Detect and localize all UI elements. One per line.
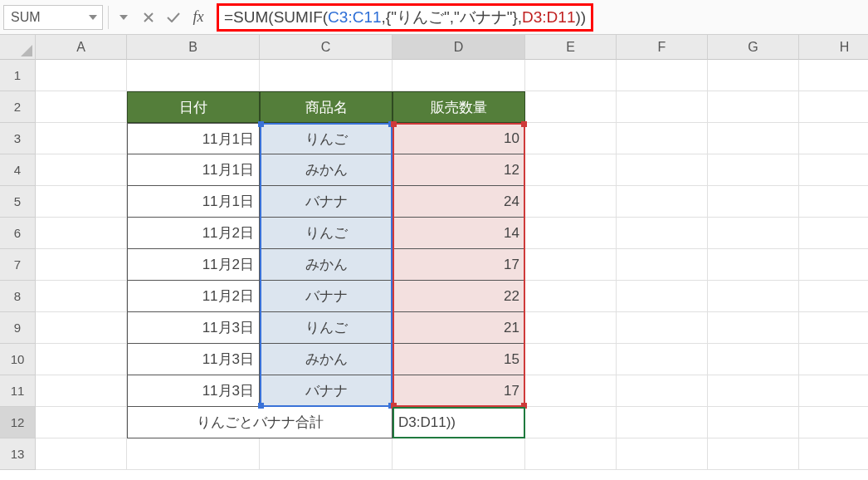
row-header[interactable]: 7 <box>0 249 35 281</box>
row-header[interactable]: 10 <box>0 344 35 375</box>
cell-date[interactable]: 11月2日 <box>127 249 260 281</box>
cell[interactable] <box>708 438 799 470</box>
column-header[interactable]: D <box>393 35 525 60</box>
row-header[interactable]: 6 <box>0 218 35 249</box>
row-header[interactable]: 2 <box>0 91 35 123</box>
cancel-icon[interactable] <box>139 7 158 27</box>
cell-product[interactable]: りんご <box>260 312 393 344</box>
row-header[interactable]: 12 <box>0 407 35 438</box>
cell[interactable] <box>708 407 799 438</box>
cell[interactable] <box>525 281 617 312</box>
cell[interactable] <box>525 438 617 470</box>
cell[interactable] <box>36 249 127 281</box>
column-header[interactable]: C <box>260 35 393 60</box>
cell[interactable] <box>708 154 799 186</box>
row-header[interactable]: 9 <box>0 312 35 344</box>
fx-icon[interactable]: fx <box>188 7 208 27</box>
cell[interactable] <box>799 344 868 375</box>
cell-product[interactable]: りんご <box>260 218 393 249</box>
cell-product[interactable]: みかん <box>260 249 393 281</box>
cell[interactable] <box>127 438 260 470</box>
name-box[interactable]: SUM <box>3 5 103 30</box>
cell[interactable] <box>525 407 617 438</box>
cell[interactable] <box>525 60 617 91</box>
cell[interactable] <box>127 60 260 91</box>
cell[interactable] <box>525 312 617 344</box>
cell[interactable] <box>708 281 799 312</box>
cell-qty[interactable]: 24 <box>393 186 525 218</box>
row-header[interactable]: 13 <box>0 438 35 470</box>
cell-qty[interactable]: 17 <box>393 249 525 281</box>
cell-qty[interactable]: 12 <box>393 154 525 186</box>
cell[interactable] <box>799 407 868 438</box>
cell-qty[interactable]: 14 <box>393 218 525 249</box>
cell-product[interactable]: みかん <box>260 344 393 375</box>
row-header[interactable]: 4 <box>0 154 35 186</box>
cell[interactable] <box>36 375 127 407</box>
cell[interactable] <box>393 60 525 91</box>
cell-product[interactable]: バナナ <box>260 281 393 312</box>
column-header[interactable]: B <box>127 35 260 60</box>
cell-date[interactable]: 11月3日 <box>127 375 260 407</box>
footer-label[interactable]: りんごとバナナ合計 <box>127 407 393 438</box>
cell-product[interactable]: みかん <box>260 154 393 186</box>
cell[interactable] <box>799 60 868 91</box>
cell[interactable] <box>799 438 868 470</box>
cell[interactable] <box>525 154 617 186</box>
cell[interactable] <box>525 91 617 123</box>
cell-date[interactable]: 11月1日 <box>127 123 260 154</box>
select-all-corner[interactable] <box>0 35 35 60</box>
cell[interactable] <box>525 375 617 407</box>
cell[interactable] <box>799 218 868 249</box>
cell[interactable] <box>708 91 799 123</box>
cell[interactable] <box>260 60 393 91</box>
cell[interactable] <box>617 375 708 407</box>
cell[interactable] <box>799 91 868 123</box>
cell[interactable] <box>525 249 617 281</box>
cell[interactable] <box>708 312 799 344</box>
down-icon[interactable] <box>114 7 134 27</box>
table-header-qty[interactable]: 販売数量 <box>393 91 525 123</box>
cell-date[interactable]: 11月1日 <box>127 186 260 218</box>
cell[interactable] <box>260 438 393 470</box>
column-header[interactable]: G <box>708 35 799 60</box>
column-header[interactable]: F <box>617 35 708 60</box>
cell[interactable] <box>393 438 525 470</box>
cell[interactable] <box>617 249 708 281</box>
column-header[interactable]: E <box>525 35 617 60</box>
cell[interactable] <box>708 344 799 375</box>
cell[interactable] <box>617 218 708 249</box>
cell[interactable] <box>36 154 127 186</box>
cell[interactable] <box>617 312 708 344</box>
cell[interactable] <box>799 186 868 218</box>
active-cell[interactable]: D3:D11)) <box>393 407 525 438</box>
cell[interactable] <box>708 375 799 407</box>
cell[interactable] <box>708 218 799 249</box>
name-box-dropdown-icon[interactable] <box>87 6 99 29</box>
cell[interactable] <box>525 344 617 375</box>
cell[interactable] <box>799 281 868 312</box>
cell-product[interactable]: バナナ <box>260 186 393 218</box>
cell[interactable] <box>617 344 708 375</box>
cell[interactable] <box>36 186 127 218</box>
cell[interactable] <box>799 123 868 154</box>
cell[interactable] <box>617 407 708 438</box>
cell[interactable] <box>799 154 868 186</box>
cell[interactable] <box>617 186 708 218</box>
column-header[interactable]: A <box>36 35 127 60</box>
row-header[interactable]: 1 <box>0 60 35 91</box>
cell[interactable] <box>36 344 127 375</box>
cell[interactable] <box>708 186 799 218</box>
cell-qty[interactable]: 15 <box>393 344 525 375</box>
row-header[interactable]: 11 <box>0 375 35 407</box>
cell[interactable] <box>617 91 708 123</box>
cell[interactable] <box>525 218 617 249</box>
cell[interactable] <box>799 249 868 281</box>
column-header[interactable]: H <box>799 35 868 60</box>
row-header[interactable]: 5 <box>0 186 35 218</box>
cell-date[interactable]: 11月2日 <box>127 218 260 249</box>
cell[interactable] <box>36 438 127 470</box>
cell[interactable] <box>708 60 799 91</box>
cell-qty[interactable]: 10 <box>393 123 525 154</box>
cell[interactable] <box>525 186 617 218</box>
